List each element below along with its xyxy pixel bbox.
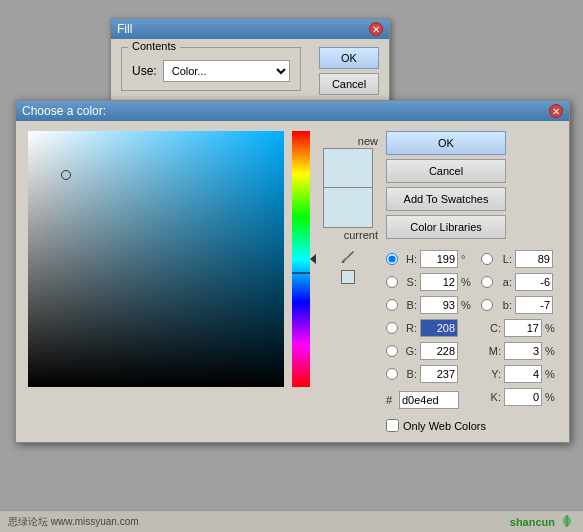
- preview-current-swatch: [323, 188, 373, 228]
- hex-label: #: [386, 394, 396, 406]
- y-input[interactable]: [504, 365, 542, 383]
- h-radio[interactable]: [386, 253, 398, 265]
- y-label: Y:: [481, 368, 501, 380]
- hue-slider-canvas[interactable]: [292, 131, 310, 387]
- b-unit: %: [461, 299, 473, 311]
- m-row: M: %: [481, 341, 557, 361]
- r-radio[interactable]: [386, 322, 398, 334]
- r-input[interactable]: [420, 319, 458, 337]
- a-row: a:: [481, 272, 557, 292]
- l-input[interactable]: [515, 250, 553, 268]
- b2-input[interactable]: [420, 365, 458, 383]
- h-unit: °: [461, 253, 473, 265]
- h-row: H: °: [386, 249, 473, 269]
- hex-input[interactable]: [399, 391, 459, 409]
- small-swatch: [341, 270, 355, 284]
- sb-picker-wrap[interactable]: [28, 131, 284, 387]
- color-ok-button[interactable]: OK: [386, 131, 506, 155]
- g-radio[interactable]: [386, 345, 398, 357]
- color-cancel-button[interactable]: Cancel: [386, 159, 506, 183]
- svg-point-1: [342, 261, 344, 263]
- fill-contents-label: Contents: [128, 40, 180, 52]
- l-radio[interactable]: [481, 253, 493, 265]
- preview-current-label: current: [344, 229, 378, 241]
- a-label: a:: [496, 276, 512, 288]
- s-radio[interactable]: [386, 276, 398, 288]
- values-section: H: ° S: % B: %: [386, 249, 557, 409]
- b-input[interactable]: [420, 296, 458, 314]
- preview-new-swatch: [323, 148, 373, 188]
- fill-use-select[interactable]: Color...: [163, 60, 290, 82]
- a-radio[interactable]: [481, 276, 493, 288]
- color-body: new current OK Cancel Add To Swatche: [16, 121, 569, 442]
- sb-picker-canvas[interactable]: [28, 131, 284, 387]
- preview-col: new current: [318, 131, 378, 432]
- bottom-bar: 思绿论坛 www.missyuan.com shancun: [0, 510, 583, 532]
- l-label: L:: [496, 253, 512, 265]
- right-col: OK Cancel Add To Swatches Color Librarie…: [386, 131, 557, 432]
- k-unit: %: [545, 391, 557, 403]
- color-dialog: Choose a color: ✕ new current: [15, 100, 570, 443]
- b-row: B: %: [386, 295, 473, 315]
- fill-contents-group: Contents Use: Color...: [121, 47, 301, 91]
- fill-ok-button[interactable]: OK: [319, 47, 379, 69]
- l-row: L:: [481, 249, 557, 269]
- y-row: Y: %: [481, 364, 557, 384]
- watermark-url: [559, 513, 575, 531]
- fill-use-row: Use: Color...: [132, 60, 290, 82]
- k-row: K: %: [481, 387, 557, 407]
- b2-label: B:: [401, 368, 417, 380]
- hex-row: #: [386, 391, 473, 409]
- bottom-bar-text: 思绿论坛 www.missyuan.com: [8, 515, 139, 529]
- only-web-colors-row: Only Web Colors: [386, 419, 557, 432]
- r-label: R:: [401, 322, 417, 334]
- color-libraries-button[interactable]: Color Libraries: [386, 215, 506, 239]
- fill-use-label: Use:: [132, 64, 157, 78]
- add-to-swatches-button[interactable]: Add To Swatches: [386, 187, 506, 211]
- g-row: G:: [386, 341, 473, 361]
- values-right: L: a: b: C:: [481, 249, 557, 409]
- color-title: Choose a color:: [22, 104, 106, 118]
- preview-new-label: new: [358, 135, 378, 147]
- values-left: H: ° S: % B: %: [386, 249, 473, 409]
- hue-slider-wrap[interactable]: [292, 131, 310, 387]
- shancun-logo-icon: [559, 513, 575, 529]
- b-radio[interactable]: [386, 299, 398, 311]
- watermark-site: shancun: [510, 516, 555, 528]
- g-input[interactable]: [420, 342, 458, 360]
- eyedropper-button[interactable]: [340, 249, 356, 268]
- s-unit: %: [461, 276, 473, 288]
- h-input[interactable]: [420, 250, 458, 268]
- c-input[interactable]: [504, 319, 542, 337]
- s-input[interactable]: [420, 273, 458, 291]
- c-label: C:: [481, 322, 501, 334]
- hue-arrow: [310, 254, 316, 264]
- b-label: B:: [401, 299, 417, 311]
- m-input[interactable]: [504, 342, 542, 360]
- m-label: M:: [481, 345, 501, 357]
- g-label: G:: [401, 345, 417, 357]
- color-close-button[interactable]: ✕: [549, 104, 563, 118]
- b2-row: B:: [386, 364, 473, 384]
- action-buttons: OK Cancel Add To Swatches Color Librarie…: [386, 131, 557, 239]
- b3-radio[interactable]: [481, 299, 493, 311]
- color-titlebar: Choose a color: ✕: [16, 101, 569, 121]
- fill-close-button[interactable]: ✕: [369, 22, 383, 36]
- b3-input[interactable]: [515, 296, 553, 314]
- only-web-colors-checkbox[interactable]: [386, 419, 399, 432]
- b2-radio[interactable]: [386, 368, 398, 380]
- s-label: S:: [401, 276, 417, 288]
- r-row: R:: [386, 318, 473, 338]
- fill-titlebar: Fill ✕: [111, 19, 389, 39]
- watermark-area: shancun: [510, 513, 575, 531]
- c-row: C: %: [481, 318, 557, 338]
- y-unit: %: [545, 368, 557, 380]
- fill-cancel-button[interactable]: Cancel: [319, 73, 379, 95]
- s-row: S: %: [386, 272, 473, 292]
- c-unit: %: [545, 322, 557, 334]
- eyedropper-icon: [340, 249, 356, 265]
- fill-title: Fill: [117, 22, 132, 36]
- h-label: H:: [401, 253, 417, 265]
- a-input[interactable]: [515, 273, 553, 291]
- k-input[interactable]: [504, 388, 542, 406]
